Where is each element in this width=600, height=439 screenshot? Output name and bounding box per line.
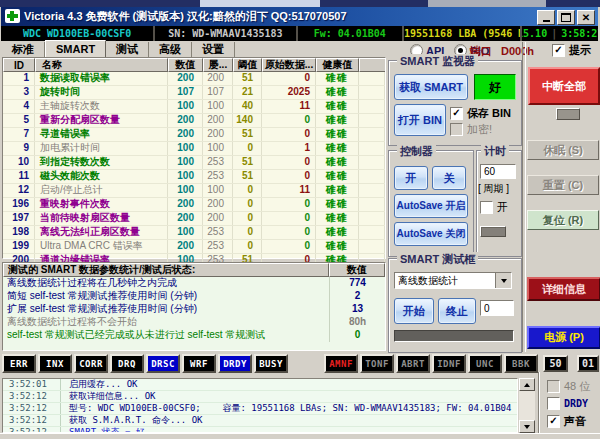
table-row[interactable]: 5重新分配扇区数量2002001400碓碓 bbox=[3, 114, 385, 128]
sound-label: 声音 bbox=[564, 414, 586, 429]
hint-checkbox[interactable] bbox=[552, 44, 565, 57]
status-flag-drdy: DRDY bbox=[218, 354, 252, 373]
status-flags-row: ERRINXCORRDRQDRSCWRFDRDYBUSYAMNFTONFABRT… bbox=[2, 354, 538, 373]
cell-id: 5 bbox=[3, 114, 35, 127]
table-row[interactable]: 10到指定转数次数100253510碓碓 bbox=[3, 156, 385, 170]
stats-label: 离线数据统计过程将不会开始 bbox=[3, 316, 329, 329]
test-stop-button[interactable]: 终止 bbox=[438, 298, 476, 324]
version-and-clock: 15.10 | 3:58:27 bbox=[522, 26, 598, 41]
stats-value: 80h bbox=[329, 316, 385, 329]
bits48-checkbox-row[interactable]: 48 位 bbox=[547, 379, 590, 394]
table-row[interactable]: 7寻道错误率200200510碓碓 bbox=[3, 128, 385, 142]
cell-id: 199 bbox=[3, 240, 35, 253]
table-row[interactable]: 4主轴旋转次数1001004011碓碓 bbox=[3, 100, 385, 114]
drdy-checkbox[interactable] bbox=[547, 397, 560, 410]
power-button[interactable]: 电源 (P) bbox=[527, 326, 600, 349]
cell-name: Ultra DMA CRC 错误率 bbox=[35, 240, 168, 253]
drdy-checkbox-row[interactable]: DRDY bbox=[547, 397, 588, 410]
cell-raw: 0 bbox=[262, 212, 316, 225]
sound-checkbox-row[interactable]: 声音 bbox=[547, 414, 586, 429]
cell-name: 加电累计时间 bbox=[35, 142, 168, 155]
minimize-icon[interactable] bbox=[537, 10, 555, 25]
background-fragment-light bbox=[200, 0, 320, 7]
cell-threshold: 140 bbox=[233, 114, 262, 127]
tab-4[interactable]: 设置 bbox=[192, 42, 235, 57]
cell-value: 200 bbox=[168, 240, 203, 253]
cell-health: 碓碓 bbox=[316, 184, 359, 197]
close-icon[interactable]: ✕ bbox=[577, 10, 595, 25]
hint-checkbox-row[interactable]: 提示 bbox=[552, 43, 591, 58]
open-bin-button[interactable]: 打开 BIN bbox=[394, 104, 446, 136]
table-row[interactable]: 3旋转时间107107212025碓碓 bbox=[3, 86, 385, 100]
timer-group-title: 计时 bbox=[481, 144, 509, 159]
cell-id: 9 bbox=[3, 142, 35, 155]
smart-monitor-group-title: SMART 监视器 bbox=[397, 54, 478, 69]
interrupt-all-button[interactable]: 中断全部 bbox=[528, 67, 600, 105]
cell-filler bbox=[359, 156, 385, 169]
table-row[interactable]: 12启动/停止总计100100011碓碓 bbox=[3, 184, 385, 198]
autosave-on-button[interactable]: AutoSave 开启 bbox=[394, 194, 468, 218]
cell-worst: 200 bbox=[203, 212, 233, 225]
cell-threshold: 0 bbox=[233, 240, 262, 253]
log-scrollbar[interactable] bbox=[519, 378, 535, 433]
save-bin-checkbox-row[interactable]: 保存 BIN bbox=[450, 106, 511, 121]
monitor-off-button[interactable]: 关 bbox=[432, 166, 466, 190]
recall-button[interactable]: 重置 (C) bbox=[527, 175, 599, 195]
cell-worst: 253 bbox=[203, 170, 233, 183]
log-row: 3:52:01启用缓存... OK bbox=[3, 379, 517, 391]
table-row[interactable]: 1数据读取错误率200200510碓碓 bbox=[3, 72, 385, 86]
maximize-icon[interactable] bbox=[557, 10, 575, 25]
details-button[interactable]: 详细信息 bbox=[527, 277, 600, 301]
cell-worst: 100 bbox=[203, 184, 233, 197]
table-row[interactable]: 196重映射事件次数20020000碓碓 bbox=[3, 198, 385, 212]
timer-on-label: 开 bbox=[497, 200, 508, 215]
table-row[interactable]: 199Ultra DMA CRC 错误率20025300碓碓 bbox=[3, 240, 385, 254]
timer-on-checkbox[interactable] bbox=[480, 201, 493, 214]
cell-worst: 200 bbox=[203, 72, 233, 85]
monitor-on-button[interactable]: 开 bbox=[394, 166, 428, 190]
test-type-dropdown[interactable]: 离线数据统计 bbox=[394, 272, 512, 289]
tab-0[interactable]: 标准 bbox=[2, 42, 45, 57]
reset-button[interactable]: 复位 (R) bbox=[527, 210, 599, 230]
status-flag-bbk: BBK bbox=[504, 354, 538, 373]
table-row[interactable]: 11磁头效能次数100253510碓碓 bbox=[3, 170, 385, 184]
background-fragment-gray bbox=[428, 0, 546, 7]
tab-1[interactable]: SMART bbox=[45, 40, 106, 58]
cell-id: 197 bbox=[3, 212, 35, 225]
bits48-checkbox[interactable] bbox=[547, 380, 560, 393]
table-row[interactable]: 198离线无法纠正扇区数量10025300碓碓 bbox=[3, 226, 385, 240]
tab-2[interactable]: 测试 bbox=[106, 42, 149, 57]
cell-raw: 0 bbox=[262, 114, 316, 127]
scroll-down-icon[interactable] bbox=[519, 420, 535, 433]
chevron-down-icon[interactable] bbox=[495, 273, 511, 288]
cell-health: 碓碓 bbox=[316, 240, 359, 253]
cell-value: 200 bbox=[168, 72, 203, 85]
sleep-button[interactable]: 休眠 (S) bbox=[527, 140, 599, 160]
timer-input[interactable] bbox=[480, 164, 516, 179]
clock: 3:58:27 bbox=[561, 26, 598, 41]
cell-raw: 0 bbox=[262, 156, 316, 169]
smart-col-header: 名称 bbox=[35, 58, 168, 72]
cell-health: 碓碓 bbox=[316, 170, 359, 183]
cell-value: 107 bbox=[168, 86, 203, 99]
scroll-up-icon[interactable] bbox=[519, 378, 535, 391]
timer-on-checkbox-row[interactable]: 开 bbox=[480, 200, 508, 215]
smart-attributes-table: ID名称数值屡...阈值原始数据...健康值 1数据读取错误率200200510… bbox=[2, 57, 386, 259]
table-row[interactable]: 197当前待映射扇区数量20020000碓碓 bbox=[3, 212, 385, 226]
encrypt-checkbox-row[interactable]: 加密! bbox=[450, 122, 492, 137]
bits48-label: 48 位 bbox=[564, 379, 590, 394]
table-row[interactable]: 9加电累计时间10010001碓碓 bbox=[3, 142, 385, 156]
autosave-off-button[interactable]: AutoSave 关闭 bbox=[394, 222, 468, 246]
encrypt-checkbox[interactable] bbox=[450, 123, 463, 136]
cell-name: 寻道错误率 bbox=[35, 128, 168, 141]
test-count-input[interactable] bbox=[480, 300, 514, 316]
tab-3[interactable]: 高级 bbox=[149, 42, 192, 57]
save-bin-checkbox[interactable] bbox=[450, 107, 463, 120]
smart-test-group-title: SMART 测试框 bbox=[397, 252, 478, 267]
get-smart-button[interactable]: 获取 SMART bbox=[394, 74, 468, 100]
sound-checkbox[interactable] bbox=[547, 415, 560, 428]
stats-header-label: 测试的 SMART 数据参数统计/测试后状态: bbox=[3, 263, 329, 277]
cell-value: 100 bbox=[168, 100, 203, 113]
panel-divider bbox=[522, 42, 526, 352]
test-start-button[interactable]: 开始 bbox=[394, 298, 434, 324]
